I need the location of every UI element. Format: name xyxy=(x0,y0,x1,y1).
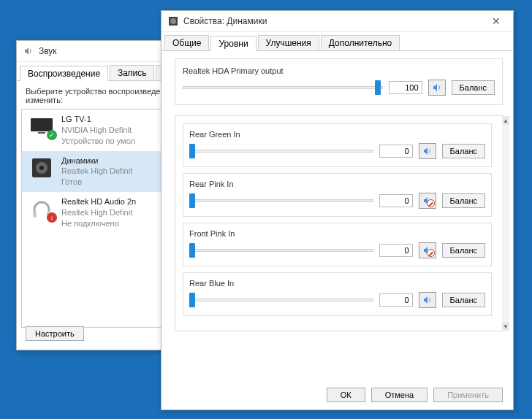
channel-group: Rear Pink In Баланс xyxy=(183,173,492,217)
device-driver: Realtek High Definit xyxy=(61,207,136,218)
channel-label: Rear Blue In xyxy=(189,279,485,288)
svg-point-8 xyxy=(170,18,176,24)
balance-button[interactable]: Баланс xyxy=(442,293,485,307)
properties-window: Свойства: Динамики ✕ Общие Уровни Улучше… xyxy=(161,10,514,410)
device-name: LG TV-1 xyxy=(61,114,135,125)
primary-output-group: Realtek HDA Primary output Баланс xyxy=(175,58,503,105)
monitor-icon: ✓ xyxy=(28,114,56,139)
channel-value[interactable] xyxy=(379,145,413,158)
mute-button[interactable] xyxy=(428,80,446,96)
props-tabs: Общие Уровни Улучшения Дополнительно xyxy=(162,35,513,51)
primary-value[interactable] xyxy=(389,81,422,94)
channel-slider[interactable] xyxy=(189,145,373,158)
balance-button[interactable]: Баланс xyxy=(442,144,485,158)
configure-button[interactable]: Настроить xyxy=(26,326,84,341)
headphones-icon: ↓ xyxy=(28,196,56,221)
device-status: Устройство по умол xyxy=(61,136,135,147)
balance-button[interactable]: Баланс xyxy=(452,80,495,95)
scrollbar[interactable]: ▲ ▼ xyxy=(502,116,509,331)
scroll-down-icon[interactable]: ▼ xyxy=(502,322,509,331)
balance-button[interactable]: Баланс xyxy=(442,193,485,208)
channel-slider[interactable] xyxy=(189,244,373,257)
apply-button[interactable]: Применить xyxy=(433,388,503,402)
tab-playback[interactable]: Воспроизведение xyxy=(20,66,108,81)
error-icon: ↓ xyxy=(47,212,57,223)
tab-record[interactable]: Запись xyxy=(110,65,154,80)
scroll-up-icon[interactable]: ▲ xyxy=(502,116,509,125)
speaker-device-icon xyxy=(28,155,56,180)
channel-group: Rear Blue In Баланс xyxy=(183,272,492,316)
ok-button[interactable]: ОК xyxy=(327,388,365,402)
device-driver: NVIDIA High Definit xyxy=(61,125,135,136)
svg-rect-5 xyxy=(33,211,37,218)
device-driver: Realtek High Definit xyxy=(61,166,132,177)
device-status: Готов xyxy=(61,177,132,188)
channel-value[interactable] xyxy=(379,194,413,207)
svg-point-4 xyxy=(39,166,44,170)
channel-slider[interactable] xyxy=(189,293,373,307)
speaker-box-icon xyxy=(167,15,179,27)
balance-button[interactable]: Баланс xyxy=(442,243,485,258)
channel-group: Front Pink In Баланс xyxy=(183,223,492,266)
svg-rect-1 xyxy=(38,132,45,134)
mute-button[interactable] xyxy=(419,193,436,209)
channel-label: Front Pink In xyxy=(189,229,485,238)
channel-label: Rear Pink In xyxy=(189,180,485,188)
tab-general[interactable]: Общие xyxy=(164,35,209,50)
tab-levels[interactable]: Уровни xyxy=(210,36,256,51)
device-name: Realtek HD Audio 2n xyxy=(61,196,136,207)
speaker-icon xyxy=(23,45,34,57)
mute-button[interactable] xyxy=(419,242,436,258)
close-icon[interactable]: ✕ xyxy=(485,15,507,27)
channel-value[interactable] xyxy=(379,293,413,307)
tab-advanced[interactable]: Дополнительно xyxy=(321,35,400,50)
channel-slider[interactable] xyxy=(189,194,373,207)
check-icon: ✓ xyxy=(47,130,57,140)
mute-button[interactable] xyxy=(419,292,436,308)
sound-title: Звук xyxy=(39,46,57,56)
mute-button[interactable] xyxy=(419,143,436,159)
props-title: Свойства: Динамики xyxy=(183,16,267,26)
props-titlebar: Свойства: Динамики ✕ xyxy=(162,11,513,32)
primary-label: Realtek HDA Primary output xyxy=(183,66,495,75)
svg-rect-0 xyxy=(31,118,53,131)
primary-slider[interactable] xyxy=(183,81,383,94)
channel-label: Rear Green In xyxy=(189,130,485,139)
cancel-button[interactable]: Отмена xyxy=(371,388,428,402)
inputs-group: Rear Green In Баланс Rear Pink In Баланс xyxy=(175,115,503,331)
device-name: Динамики xyxy=(61,155,132,166)
channel-value[interactable] xyxy=(379,244,413,257)
tab-enhancements[interactable]: Улучшения xyxy=(258,35,319,50)
channel-group: Rear Green In Баланс xyxy=(183,123,492,167)
device-status: Не подключено xyxy=(61,218,136,229)
